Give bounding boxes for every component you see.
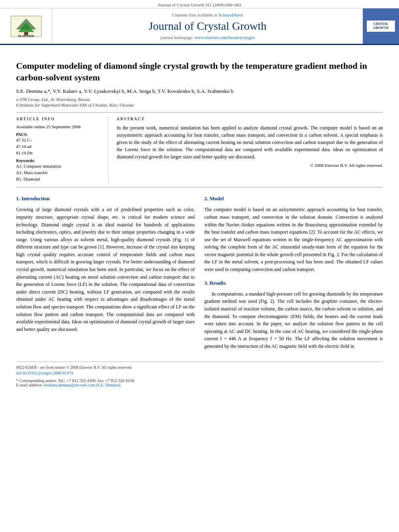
pacs-2: 47.10.ad: [16, 144, 100, 149]
journal-homepage-url[interactable]: www.elsevier.com/locate/jcrysgro: [195, 35, 255, 40]
abstract-text: In the present work, numerical simulatio…: [117, 124, 383, 160]
sciencedirect-line: Contents lists available at ScienceDirec…: [172, 12, 243, 17]
crystal-growth-logo-box: CRYSTAL GROWTH: [363, 8, 399, 44]
corresponding-note: * Corresponding author. Tel.: +7 812 320…: [16, 378, 383, 387]
elsevier-tree-icon: ELSEVIER: [10, 15, 42, 37]
corresponding-text: * Corresponding author. Tel.: +7 812 320…: [16, 378, 135, 383]
authors-text: S.E. Demina a,*, V.V. Kalaev a, V.V. Lys…: [16, 88, 233, 94]
body-columns: 1. Introduction Growing of large diamond…: [16, 195, 383, 353]
journal-title-box: Contents lists available at ScienceDirec…: [52, 8, 363, 44]
intro-heading: 1. Introduction: [16, 195, 195, 203]
footer-doi: doi:10.1016/j.jcrysgro.2008.09.074: [16, 371, 383, 375]
paper-footer: 0022-0248/$ - see front matter © 2008 El…: [16, 362, 383, 387]
top-citation-bar: Journal of Crystal Growth 311 (2009) 680…: [0, 0, 399, 8]
pacs-1: 47.32.C–: [16, 138, 100, 142]
left-body-column: 1. Introduction Growing of large diamond…: [16, 195, 195, 353]
pacs-label: PACS:: [16, 132, 100, 137]
pacs-3: 81.10.Dn: [16, 150, 100, 155]
email-link[interactable]: svetlana.demina@str-soft.com (S.E. Demin…: [43, 383, 121, 387]
elsevier-logo: ELSEVIER: [6, 14, 46, 38]
journal-homepage-line: journal homepage: www.elsevier.com/locat…: [160, 35, 255, 40]
affiliation-a: a STR Group, Ltd., St. Petersburg, Russi…: [16, 97, 383, 102]
model-paragraph: The computer model is based on an axisym…: [204, 206, 383, 273]
journal-header: ELSEVIER Contents lists available at Sci…: [0, 8, 399, 45]
affiliation-b: b Institute for Superhard Materials NAS …: [16, 103, 383, 107]
citation-text: Journal of Crystal Growth 311 (2009) 680…: [158, 2, 241, 7]
elsevier-logo-box: ELSEVIER: [0, 8, 52, 44]
article-info-heading: ARTICLE INFO: [16, 117, 100, 121]
article-title: Computer modeling of diamond single crys…: [16, 60, 383, 83]
abstract-heading: ABSTRACT: [117, 117, 383, 121]
keyword-1: A1. Computer simulation: [16, 164, 100, 168]
crystal-logo-inner: CRYSTAL GROWTH: [367, 21, 395, 32]
email-label: E-mail address:: [16, 383, 43, 387]
article-info-abstract-section: ARTICLE INFO Available online 25 Septemb…: [16, 112, 383, 187]
keywords-label: Keywords:: [16, 158, 100, 163]
journal-main-title: Journal of Crystal Growth: [148, 20, 266, 33]
main-content: Computer modeling of diamond single crys…: [0, 45, 399, 395]
intro-paragraph: Growing of large diamond crystals with a…: [16, 206, 195, 333]
results-heading: 3. Results: [204, 279, 383, 287]
copyright-line: © 2008 Elsevier B.V. All rights reserved…: [117, 163, 383, 168]
results-paragraph: In computations, a standard high-pressur…: [204, 290, 383, 350]
available-online: Available online 25 September 2008: [16, 124, 100, 129]
abstract-column: ABSTRACT In the present work, numerical …: [109, 117, 383, 183]
footer-note1: 0022-0248/$ - see front matter © 2008 El…: [16, 365, 383, 370]
right-body-column: 2. Model The computer model is based on …: [204, 195, 383, 353]
model-heading: 2. Model: [204, 195, 383, 203]
article-info-column: ARTICLE INFO Available online 25 Septemb…: [16, 117, 109, 183]
sciencedirect-link[interactable]: ScienceDirect: [218, 12, 243, 17]
keyword-2: A1. Mass transfer: [16, 170, 100, 175]
keyword-3: B1. Diamond: [16, 177, 100, 181]
affiliations: a STR Group, Ltd., St. Petersburg, Russi…: [16, 97, 383, 107]
svg-text:ELSEVIER: ELSEVIER: [18, 34, 34, 37]
authors-line: S.E. Demina a,*, V.V. Kalaev a, V.V. Lys…: [16, 88, 383, 94]
